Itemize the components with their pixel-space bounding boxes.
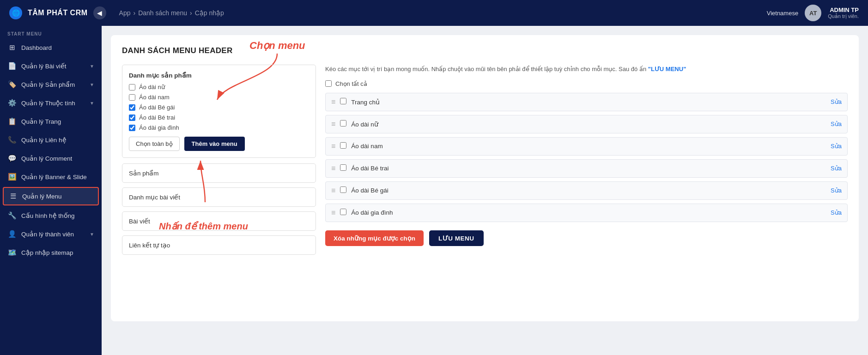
simple-item-san-pham[interactable]: Sản phẩm bbox=[122, 163, 316, 183]
menu-icon: ☰ bbox=[8, 192, 18, 200]
checkbox-ao-dai-nam-input[interactable] bbox=[129, 94, 135, 101]
sidebar-item-cau-hinh[interactable]: 🔧 Cấu hình hệ thống bbox=[0, 206, 102, 225]
checkbox-menu-ao-dai-nam[interactable] bbox=[340, 142, 346, 149]
san-pham-icon: 🏷️ bbox=[7, 80, 17, 89]
checkbox-ao-dai-nu-input[interactable] bbox=[129, 84, 135, 90]
edit-ao-dai-be-gai[interactable]: Sửa bbox=[831, 187, 842, 194]
sidebar-label-menu: Quản lý Menu bbox=[22, 193, 62, 200]
trang-icon: 📋 bbox=[7, 117, 17, 126]
drag-handle-trang-chu[interactable]: ≡ bbox=[331, 98, 335, 106]
breadcrumb: App › Danh sách menu › Cập nhập bbox=[119, 9, 224, 17]
checkbox-ao-dai-be-trai-label: Áo dài Bé trai bbox=[139, 114, 175, 121]
card-title: DANH SÁCH MENU HEADER bbox=[122, 46, 848, 55]
checkbox-ao-dai-be-gai-input[interactable] bbox=[129, 104, 135, 111]
main-layout: START MENU ⊞ Dashboard 📄 Quản lý Bài viế… bbox=[0, 26, 868, 355]
sidebar-item-comment[interactable]: 💬 Quản lý Comment bbox=[0, 149, 102, 168]
sidebar-item-lien-he[interactable]: 📞 Quản lý Liên hệ bbox=[0, 131, 102, 149]
checkbox-ao-dai-nam-label: Áo dài nam bbox=[139, 94, 170, 101]
edit-ao-dai-nam[interactable]: Sửa bbox=[831, 143, 842, 150]
menu-item-label-ao-dai-gia-dinh: Áo dài gia đình bbox=[351, 209, 826, 216]
sidebar-item-san-pham[interactable]: 🏷️ Quản lý Sản phẩm ▼ bbox=[0, 75, 102, 94]
sidebar-item-banner[interactable]: 🖼️ Quản lý Banner & Slide bbox=[0, 168, 102, 186]
btn-select-all[interactable]: Chọn toàn bộ bbox=[129, 137, 180, 151]
checkbox-menu-ao-dai-nu[interactable] bbox=[340, 120, 346, 126]
comment-icon: 💬 bbox=[7, 154, 17, 162]
checkbox-ao-dai-be-trai: Áo dài Bé trai bbox=[129, 114, 309, 121]
back-button[interactable]: ◀ bbox=[93, 6, 106, 19]
left-panel: Danh mục sản phẩm Áo dài nữ Áo dài nam Á… bbox=[122, 65, 316, 259]
edit-ao-dai-gia-dinh[interactable]: Sửa bbox=[831, 209, 842, 216]
header-right: Vietnamese AT ADMIN TP Quản trị viên. bbox=[767, 5, 859, 21]
lien-he-icon: 📞 bbox=[7, 136, 17, 144]
drag-handle-ao-dai-nam[interactable]: ≡ bbox=[331, 142, 335, 150]
sidebar-item-menu[interactable]: ☰ Quản lý Menu bbox=[3, 187, 99, 205]
menu-item-cb-ao-dai-nu bbox=[340, 120, 346, 128]
checkbox-menu-ao-dai-be-gai[interactable] bbox=[340, 187, 346, 193]
sidebar-item-cap-nhap[interactable]: 🗺️ Cập nhập sitemap bbox=[0, 243, 102, 262]
checkbox-ao-dai-gia-dinh-label: Áo dài gia đình bbox=[139, 124, 179, 131]
breadcrumb-danh-sach[interactable]: Danh sách menu bbox=[138, 9, 187, 17]
checkbox-ao-dai-be-gai: Áo dài Bé gái bbox=[129, 104, 309, 111]
checkbox-ao-dai-nu: Áo dài nữ bbox=[129, 84, 309, 90]
checkbox-ao-dai-gia-dinh-input[interactable] bbox=[129, 125, 135, 131]
chevron-thanh-vien: ▼ bbox=[90, 232, 94, 237]
menu-item-ao-dai-nam: ≡ Áo dài nam Sửa bbox=[325, 137, 848, 156]
checkbox-menu-ao-dai-gia-dinh[interactable] bbox=[340, 209, 346, 215]
simple-item-bai-viet[interactable]: Bài viết bbox=[122, 211, 316, 231]
select-all-label: Chọn tất cả bbox=[335, 80, 367, 87]
btn-delete-selected[interactable]: Xóa những mục được chọn bbox=[325, 230, 424, 246]
category-box: Danh mục sản phẩm Áo dài nữ Áo dài nam Á… bbox=[122, 65, 316, 158]
luu-menu-link[interactable]: "LƯU MENU" bbox=[648, 66, 686, 72]
simple-item-danh-muc-bai-viet[interactable]: Danh mục bài viết bbox=[122, 187, 316, 207]
language-selector[interactable]: Vietnamese bbox=[767, 10, 798, 17]
simple-item-lien-ket[interactable]: Liên kết tự tạo bbox=[122, 235, 316, 255]
edit-ao-dai-nu[interactable]: Sửa bbox=[831, 120, 842, 127]
checkbox-menu-trang-chu[interactable] bbox=[340, 98, 346, 104]
menu-item-label-ao-dai-nam: Áo dài nam bbox=[351, 143, 826, 150]
logo-text: TÂM PHÁT CRM bbox=[28, 9, 88, 17]
menu-item-label-ao-dai-nu: Áo dài nữ bbox=[351, 120, 826, 128]
content-card: DANH SÁCH MENU HEADER Chọn menu bbox=[111, 35, 859, 321]
drag-handle-ao-dai-gia-dinh[interactable]: ≡ bbox=[331, 209, 335, 217]
cap-nhap-icon: 🗺️ bbox=[7, 248, 17, 257]
breadcrumb-app[interactable]: App bbox=[119, 9, 131, 17]
menu-item-cb-trang-chu bbox=[340, 98, 346, 106]
bottom-actions: Xóa những mục được chọn LƯU MENU bbox=[325, 230, 848, 246]
sidebar: START MENU ⊞ Dashboard 📄 Quản lý Bài viế… bbox=[0, 26, 102, 355]
sidebar-label-thanh-vien: Quản lý thành viên bbox=[21, 230, 74, 238]
chevron-san-pham: ▼ bbox=[90, 82, 94, 87]
btn-add-menu[interactable]: Thêm vào menu bbox=[184, 137, 245, 151]
instruction-text: Kéo các mục tới vị trí bạn mong muốn. Nh… bbox=[325, 65, 848, 74]
content-area: DANH SÁCH MENU HEADER Chọn menu bbox=[102, 26, 868, 355]
btn-save-menu[interactable]: LƯU MENU bbox=[429, 230, 484, 246]
dashboard-icon: ⊞ bbox=[7, 43, 17, 52]
sidebar-label-bai-viet: Quản lý Bài viết bbox=[21, 62, 67, 70]
menu-item-label-ao-dai-be-trai: Áo dài Bé trai bbox=[351, 165, 826, 172]
checkbox-menu-ao-dai-be-trai[interactable] bbox=[340, 164, 346, 171]
drag-handle-ao-dai-nu[interactable]: ≡ bbox=[331, 120, 335, 128]
avatar: AT bbox=[805, 5, 821, 21]
sidebar-item-thuoc-tinh[interactable]: ⚙️ Quản lý Thuộc tính ▼ bbox=[0, 94, 102, 112]
breadcrumb-cap-nhap[interactable]: Cập nhập bbox=[195, 9, 224, 17]
sidebar-item-bai-viet[interactable]: 📄 Quản lý Bài viết ▼ bbox=[0, 57, 102, 75]
sidebar-item-thanh-vien[interactable]: 👤 Quản lý thành viên ▼ bbox=[0, 225, 102, 243]
select-all-checkbox[interactable] bbox=[325, 80, 332, 87]
header: 🌐 TÂM PHÁT CRM ◀ App › Danh sách menu › … bbox=[0, 0, 868, 26]
menu-item-ao-dai-be-trai: ≡ Áo dài Bé trai Sửa bbox=[325, 159, 848, 178]
sidebar-label-san-pham: Quản lý Sản phẩm bbox=[21, 81, 75, 88]
checkbox-ao-dai-be-trai-input[interactable] bbox=[129, 114, 135, 121]
drag-handle-ao-dai-be-trai[interactable]: ≡ bbox=[331, 164, 335, 173]
checkbox-ao-dai-nam: Áo dài nam bbox=[129, 94, 309, 101]
two-col-layout: Danh mục sản phẩm Áo dài nữ Áo dài nam Á… bbox=[122, 65, 848, 259]
edit-ao-dai-be-trai[interactable]: Sửa bbox=[831, 165, 842, 172]
sidebar-item-dashboard[interactable]: ⊞ Dashboard bbox=[0, 38, 102, 57]
sidebar-section-label: START MENU bbox=[0, 26, 102, 38]
sidebar-label-thuoc-tinh: Quản lý Thuộc tính bbox=[21, 99, 75, 107]
edit-trang-chu[interactable]: Sửa bbox=[831, 98, 842, 105]
cau-hinh-icon: 🔧 bbox=[7, 211, 17, 220]
menu-item-cb-ao-dai-nam bbox=[340, 142, 346, 150]
drag-handle-ao-dai-be-gai[interactable]: ≡ bbox=[331, 187, 335, 195]
sidebar-item-trang[interactable]: 📋 Quản lý Trang bbox=[0, 112, 102, 131]
banner-icon: 🖼️ bbox=[7, 173, 17, 181]
menu-item-label-ao-dai-be-gai: Áo dài Bé gái bbox=[351, 187, 826, 194]
